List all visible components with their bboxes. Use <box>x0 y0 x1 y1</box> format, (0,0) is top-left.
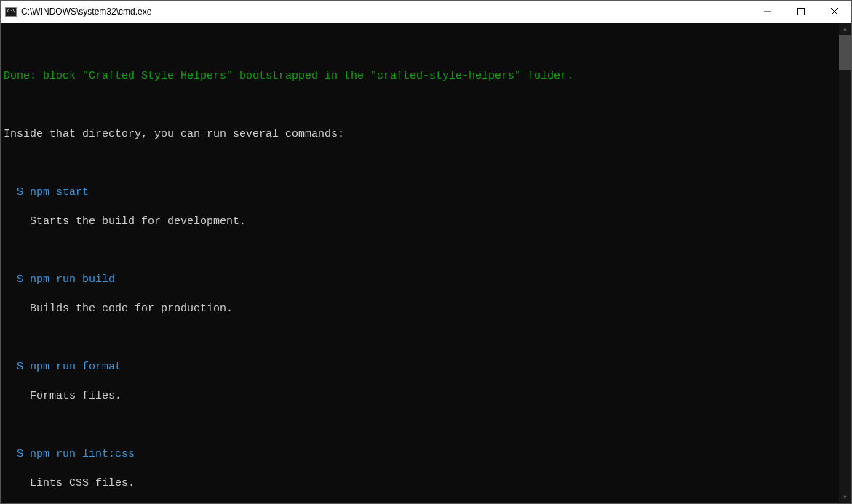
scroll-down-arrow-icon[interactable]: ▼ <box>839 491 851 503</box>
maximize-button[interactable] <box>784 1 818 23</box>
cmd-icon: C:\. <box>5 7 17 17</box>
scrollbar-track[interactable] <box>839 35 851 491</box>
cmd-line: $ npm start <box>4 185 847 200</box>
cmd-desc: Lints CSS files. <box>4 476 847 491</box>
window-controls <box>751 1 851 23</box>
minimize-button[interactable] <box>751 1 784 23</box>
inside-line: Inside that directory, you can run sever… <box>4 127 847 142</box>
terminal-output[interactable]: Done: block "Crafted Style Helpers" boot… <box>1 23 851 503</box>
scrollbar-thumb[interactable] <box>839 35 851 70</box>
cmd-desc: Builds the code for production. <box>4 302 847 316</box>
svg-rect-1 <box>798 9 805 15</box>
cmd-desc: Formats files. <box>4 389 847 404</box>
window-title: C:\WINDOWS\system32\cmd.exe <box>21 7 151 17</box>
titlebar: C:\. C:\WINDOWS\system32\cmd.exe <box>1 1 851 23</box>
done-line: Done: block "Crafted Style Helpers" boot… <box>4 69 847 84</box>
scroll-up-arrow-icon[interactable]: ▲ <box>839 23 851 35</box>
vertical-scrollbar[interactable]: ▲ ▼ <box>839 23 851 503</box>
titlebar-left: C:\. C:\WINDOWS\system32\cmd.exe <box>5 7 151 17</box>
terminal-area: Done: block "Crafted Style Helpers" boot… <box>1 23 851 503</box>
cmd-line: $ npm run build <box>4 273 847 287</box>
cmd-desc: Starts the build for development. <box>4 215 847 229</box>
cmd-line: $ npm run lint:css <box>4 447 847 462</box>
close-button[interactable] <box>818 1 851 23</box>
cmd-line: $ npm run format <box>4 360 847 375</box>
